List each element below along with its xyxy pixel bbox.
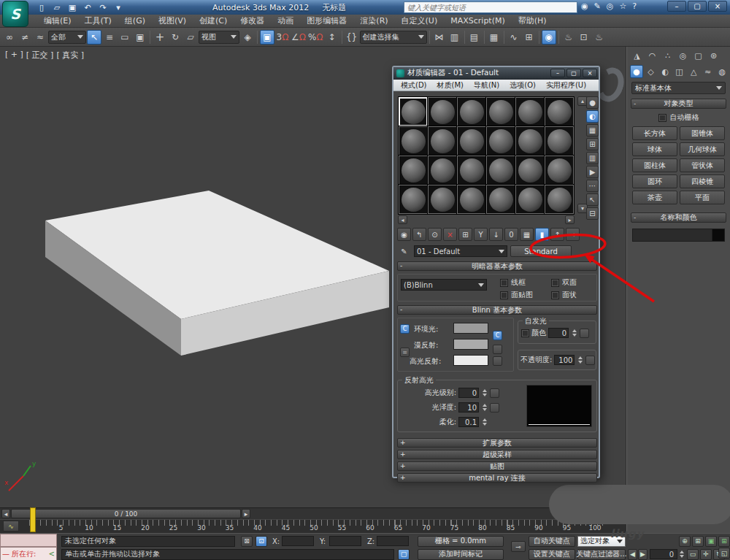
sample-slot[interactable] (545, 185, 574, 214)
tab-display[interactable]: ▢ (691, 49, 705, 62)
button-torus[interactable]: 圆环 (632, 174, 677, 188)
help-icon[interactable]: ? (632, 1, 637, 11)
selfillum-value-field[interactable]: 0 (548, 328, 569, 338)
mat-minimize-button[interactable]: – (550, 69, 565, 77)
edit-named-selection-sets-icon[interactable]: {} (345, 30, 359, 45)
tab-modify[interactable]: ◠ (645, 49, 659, 62)
show-end-result-icon[interactable]: ▮ (535, 228, 549, 241)
prev-frame-button[interactable]: ◂ (1, 509, 10, 518)
sample-slot[interactable] (399, 126, 428, 156)
sample-slot[interactable] (545, 126, 574, 156)
viewport-menu-general[interactable]: [ + ] (5, 50, 23, 61)
reference-coordsys-dropdown[interactable]: 视图 (199, 31, 239, 44)
percent-snap-icon[interactable]: %Ω (307, 30, 324, 45)
backlight-icon[interactable]: ◐ (586, 110, 599, 123)
next-frame-button[interactable]: ▸ (242, 509, 250, 518)
sample-slot[interactable] (515, 126, 545, 156)
category-geometry-icon[interactable]: ● (630, 65, 643, 78)
undo-icon[interactable]: ↶ (81, 1, 94, 13)
add-time-tag-button[interactable]: 添加时间标记 (418, 549, 504, 560)
selection-filter-dropdown[interactable]: 全部 (48, 31, 86, 44)
sample-slot[interactable] (457, 97, 486, 126)
select-and-link-icon[interactable]: ∞ (2, 30, 17, 45)
material-name-dropdown[interactable]: 01 - Default (414, 245, 507, 257)
absolute-mode-icon[interactable]: ⊡ (256, 536, 267, 547)
button-tube[interactable]: 管状体 (680, 158, 725, 172)
time-caret[interactable] (30, 507, 36, 532)
select-and-manipulate-icon[interactable]: ▣ (260, 30, 274, 45)
zoom-icon[interactable]: ⊕ (679, 536, 691, 547)
tab-motion[interactable]: ◎ (676, 49, 690, 62)
mat-menu-utilities[interactable]: 实用程序(U) (542, 80, 591, 91)
select-by-material-icon[interactable]: ↖ (586, 193, 599, 206)
menu-maxscript[interactable]: MAXScript(M) (445, 15, 511, 27)
mat-menu-navigation[interactable]: 导航(N) (469, 80, 504, 91)
put-material-to-scene-icon[interactable]: ↰ (412, 228, 426, 241)
material-id-channel-icon[interactable]: 0 (504, 228, 518, 241)
z-coord-field[interactable] (377, 536, 409, 546)
sample-slot[interactable] (457, 156, 486, 185)
render-production-icon[interactable]: ♨ (592, 30, 607, 45)
faceted-checkbox[interactable] (551, 291, 559, 299)
button-box[interactable]: 长方体 (632, 126, 677, 140)
redo-icon[interactable]: ↷ (96, 1, 110, 13)
set-key-button[interactable]: 设置关键点 (529, 549, 575, 560)
favorites-icon[interactable]: ☆ (619, 1, 626, 11)
viewport-menu-pov[interactable]: [ 正交 ] (26, 50, 54, 61)
sample-slot[interactable] (457, 126, 486, 156)
lock-icon[interactable]: = (400, 348, 410, 357)
mirror-icon[interactable]: ⋈ (432, 30, 447, 45)
menu-graph-editors[interactable]: 图形编辑器 (301, 14, 353, 28)
selfillum-map-button[interactable] (580, 329, 589, 338)
category-helpers-icon[interactable]: △ (687, 65, 700, 78)
open-file-icon[interactable]: ▱ (50, 1, 64, 13)
sample-slot[interactable] (457, 185, 486, 214)
bind-to-spacewarp-icon[interactable]: ≈ (33, 30, 47, 45)
menu-rendering[interactable]: 渲染(R) (354, 14, 393, 28)
select-and-move-icon[interactable]: + (153, 30, 167, 45)
sample-slot[interactable] (399, 97, 428, 126)
button-geosphere[interactable]: 几何球体 (680, 142, 725, 156)
rendered-frame-window-icon[interactable]: ⊡ (577, 30, 591, 45)
zoom-extents-all-icon[interactable]: ⊞ (718, 536, 730, 547)
glossiness-spinner[interactable] (481, 402, 488, 413)
search-icon[interactable]: ◉ (581, 1, 588, 11)
primitive-category-dropdown[interactable]: 标准基本体 (631, 82, 726, 94)
snaps-toggle-icon[interactable]: 3Ω (275, 30, 290, 45)
qat-more-icon[interactable]: ▾ (112, 1, 125, 13)
rollout-blinn-basic-params[interactable]: -Blinn 基本参数 (397, 305, 597, 315)
category-shapes-icon[interactable]: ◇ (645, 65, 658, 78)
graphite-ribbon-icon[interactable]: ▦ (487, 30, 502, 45)
rollout-maps[interactable]: +贴图 (397, 461, 597, 471)
save-file-icon[interactable]: ▣ (66, 1, 79, 13)
specular-level-spinner[interactable] (481, 388, 488, 398)
time-slider-button[interactable]: 0 / 100 (11, 509, 241, 518)
slots-scroll-right[interactable]: ▸ (565, 215, 575, 224)
tab-create[interactable]: ◮ (630, 49, 644, 62)
new-file-icon[interactable]: ▯ (35, 1, 48, 13)
search-input[interactable] (404, 1, 577, 13)
maximize-button[interactable]: ▢ (688, 1, 707, 12)
sample-slot[interactable] (515, 156, 545, 185)
angle-snap-icon[interactable]: ∠Ω (291, 30, 307, 45)
sample-slot[interactable] (486, 185, 515, 214)
minimize-button[interactable]: – (667, 1, 686, 12)
menu-views[interactable]: 视图(V) (153, 14, 192, 28)
material-editor-titlebar[interactable]: 材质编辑器 - 01 - Default – ▢ × (393, 67, 599, 80)
go-to-parent-icon[interactable]: ↑ (550, 228, 564, 241)
rollout-object-type[interactable]: -对象类型 (631, 99, 726, 109)
tab-utilities[interactable]: ⊛ (707, 49, 721, 62)
sample-slot[interactable] (428, 156, 457, 185)
selfillum-spinner[interactable] (571, 328, 577, 338)
frame-spinner[interactable] (678, 549, 685, 559)
go-forward-to-sibling-icon[interactable]: → (566, 228, 580, 241)
sample-slot[interactable] (399, 156, 428, 185)
viewport-menu-shading[interactable]: [ 真实 ] (56, 50, 84, 61)
align-icon[interactable]: ▥ (447, 30, 462, 45)
show-map-in-viewport-icon[interactable]: ▦ (520, 228, 534, 241)
isolate-toggle-icon[interactable]: ▢ (398, 549, 410, 560)
sample-uv-tiling-icon[interactable]: ⊞ (586, 138, 599, 150)
current-frame-field[interactable]: 0 (650, 549, 677, 559)
unlink-selection-icon[interactable]: ≠ (18, 30, 32, 45)
specular-map-button[interactable] (493, 356, 502, 366)
